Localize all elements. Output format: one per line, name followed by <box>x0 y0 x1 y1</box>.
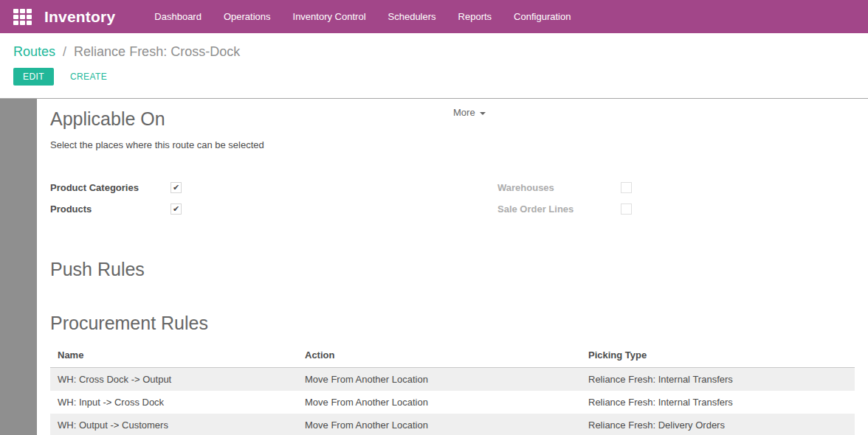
section-title-procurement-rules: Procurement Rules <box>50 313 855 334</box>
cell-name: WH: Input -> Cross Dock <box>50 391 297 414</box>
breadcrumb-current: Reliance Fresh: Cross-Dock <box>74 44 240 59</box>
cell-action: Move From Another Location <box>297 367 581 391</box>
cell-name: WH: Output -> Customers <box>50 414 297 435</box>
menu-item-configuration[interactable]: Configuration <box>503 0 582 33</box>
cell-action: Move From Another Location <box>297 414 581 435</box>
column-header-name[interactable]: Name <box>50 344 297 368</box>
menu-item-reports[interactable]: Reports <box>447 0 503 33</box>
products-label: Products <box>50 203 170 215</box>
menu-item-dashboard[interactable]: Dashboard <box>143 0 213 33</box>
cell-picking-type: Reliance Fresh: Delivery Orders <box>581 414 855 435</box>
apps-grid-icon[interactable] <box>13 9 32 25</box>
table-row[interactable]: WH: Cross Dock -> Output Move From Anoth… <box>50 367 855 391</box>
field-product-categories: Product Categories ✔ <box>50 181 497 194</box>
breadcrumb: Routes / Reliance Fresh: Cross-Dock <box>0 33 868 60</box>
menu-item-operations[interactable]: Operations <box>213 0 282 33</box>
applicable-on-subtitle: Select the places where this route can b… <box>50 139 855 150</box>
warehouses-label: Warehouses <box>497 182 621 193</box>
column-header-action[interactable]: Action <box>297 344 581 368</box>
form-sheet: Applicable On Select the places where th… <box>37 99 868 435</box>
cell-action: Move From Another Location <box>297 391 581 414</box>
procurement-rules-table: Name Action Picking Type WH: Cross Dock … <box>50 344 855 435</box>
more-dropdown[interactable]: More <box>453 107 486 118</box>
topbar: Inventory Dashboard Operations Inventory… <box>0 0 868 33</box>
cell-picking-type: Reliance Fresh: Internal Transfers <box>581 367 855 391</box>
section-title-applicable-on: Applicable On <box>50 109 855 130</box>
button-row: EDIT CREATE <box>0 68 868 86</box>
product-categories-label: Product Categories <box>50 182 170 193</box>
left-gutter <box>0 99 37 435</box>
create-button[interactable]: CREATE <box>70 72 107 82</box>
menu-item-inventory-control[interactable]: Inventory Control <box>282 0 377 33</box>
more-dropdown-label: More <box>453 107 475 118</box>
cell-picking-type: Reliance Fresh: Internal Transfers <box>581 391 855 414</box>
control-panel: Routes / Reliance Fresh: Cross-Dock EDIT… <box>0 33 868 98</box>
checkmark-icon: ✔ <box>173 183 179 192</box>
section-title-push-rules: Push Rules <box>50 260 855 280</box>
topbar-menu: Dashboard Operations Inventory Control S… <box>143 0 582 33</box>
product-categories-checkbox[interactable]: ✔ <box>170 182 182 193</box>
app-title: Inventory <box>44 8 115 26</box>
warehouses-checkbox[interactable] <box>621 182 632 193</box>
column-header-picking-type[interactable]: Picking Type <box>581 344 855 368</box>
cell-name: WH: Cross Dock -> Output <box>50 367 297 391</box>
checkmark-icon: ✔ <box>173 204 179 214</box>
products-checkbox[interactable]: ✔ <box>170 203 182 215</box>
field-warehouses: Warehouses <box>497 181 855 194</box>
field-products: Products ✔ <box>50 203 497 215</box>
sale-order-lines-label: Sale Order Lines <box>497 203 621 215</box>
content-area: Applicable On Select the places where th… <box>0 98 868 435</box>
breadcrumb-separator: / <box>63 44 66 59</box>
caret-down-icon <box>480 112 486 115</box>
table-header-row: Name Action Picking Type <box>50 344 855 368</box>
edit-button[interactable]: EDIT <box>13 68 54 86</box>
breadcrumb-routes-link[interactable]: Routes <box>13 44 55 59</box>
field-sale-order-lines: Sale Order Lines <box>497 203 855 215</box>
table-row[interactable]: WH: Output -> Customers Move From Anothe… <box>50 414 855 435</box>
menu-item-schedulers[interactable]: Schedulers <box>377 0 447 33</box>
table-row[interactable]: WH: Input -> Cross Dock Move From Anothe… <box>50 391 855 414</box>
applicable-on-fields: Product Categories ✔ Warehouses Products… <box>50 181 855 215</box>
sale-order-lines-checkbox[interactable] <box>621 203 632 215</box>
